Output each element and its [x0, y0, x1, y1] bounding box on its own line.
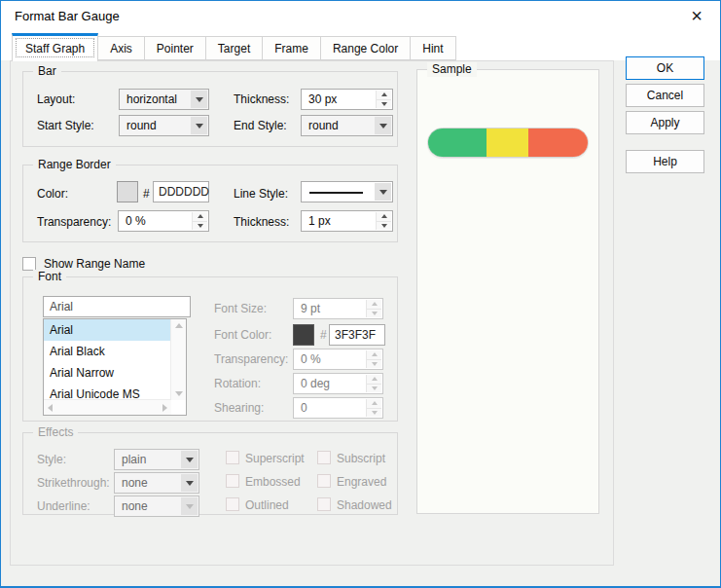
tab-frame[interactable]: Frame [262, 36, 321, 60]
chevron-down-icon[interactable] [191, 117, 207, 134]
tab-pointer[interactable]: Pointer [144, 36, 206, 60]
focus-rect [16, 38, 94, 57]
spinner-buttons [366, 350, 381, 368]
subscript-label: Subscript [337, 452, 385, 466]
end-style-label: End Style: [234, 119, 287, 133]
window-title: Format Bar Gauge [15, 9, 120, 23]
tab-label: Pointer [157, 42, 194, 55]
scroll-up-icon[interactable] [175, 323, 183, 328]
superscript-checkbox [226, 451, 239, 464]
bar-thickness-value: 30 px [308, 92, 337, 106]
end-style-value: round [308, 119, 339, 132]
strikethrough-label: Strikethrough: [37, 476, 110, 491]
vertical-scrollbar[interactable] [170, 319, 186, 400]
start-style-dropdown[interactable]: round [119, 115, 209, 136]
font-color-hex-value: 3F3F3F [335, 328, 376, 342]
bar-thickness-spinner[interactable]: 30 px [301, 89, 393, 110]
horizontal-scrollbar[interactable] [44, 399, 171, 415]
font-list-item[interactable]: Arial Black [44, 341, 171, 362]
tab-target[interactable]: Target [205, 36, 263, 60]
layout-value: horizontal [126, 92, 177, 106]
border-transparency-value: 0 % [126, 214, 146, 228]
chevron-down-icon[interactable] [375, 183, 391, 201]
chevron-down-icon [181, 497, 198, 515]
chevron-down-icon [181, 474, 198, 492]
tab-axis[interactable]: Axis [97, 36, 145, 60]
border-transparency-spinner[interactable]: 0 % [118, 210, 209, 232]
spinner-down-icon[interactable] [377, 221, 391, 231]
font-list-item[interactable]: Arial Unicode MS [44, 384, 171, 400]
layout-dropdown[interactable]: horizontal [119, 89, 209, 110]
strikethrough-value: none [122, 476, 148, 490]
border-color-label: Color: [37, 187, 68, 202]
style-label: Style: [37, 453, 66, 467]
end-style-dropdown[interactable]: round [301, 115, 393, 136]
spinner-down-icon [367, 384, 381, 393]
engraved-checkbox [317, 474, 331, 488]
format-bar-gauge-dialog: Format Bar Gauge × Staff Graph Axis Poin… [0, 0, 721, 588]
border-transparency-label: Transparency: [37, 215, 111, 230]
spinner-down-icon [367, 359, 381, 369]
chevron-down-icon[interactable] [375, 117, 391, 134]
spinner-down-icon[interactable] [377, 99, 391, 109]
show-range-name-checkbox[interactable] [22, 257, 36, 271]
spinner-up-icon[interactable] [377, 212, 391, 221]
scroll-down-icon[interactable] [175, 391, 183, 396]
sample-segment-yellow [487, 129, 528, 157]
cancel-button[interactable]: Cancel [626, 84, 704, 107]
hash-symbol: # [320, 328, 327, 343]
spinner-up-icon [367, 399, 381, 408]
border-color-hex-input[interactable]: DDDDDD [153, 181, 209, 202]
sample-group: Sample [416, 69, 599, 514]
scroll-right-icon[interactable] [162, 404, 167, 412]
bar-thickness-label: Thickness: [234, 92, 289, 107]
apply-button[interactable]: Apply [626, 111, 704, 134]
style-value: plain [122, 453, 146, 466]
font-list[interactable]: Arial Arial Black Arial Narrow Arial Uni… [43, 318, 187, 416]
shearing-value: 0 [301, 401, 307, 415]
solid-line-icon [309, 192, 363, 194]
line-style-label: Line Style: [234, 187, 288, 202]
scroll-left-icon[interactable] [48, 404, 53, 412]
rotation-spinner: 0 deg [293, 373, 383, 394]
tab-hint[interactable]: Hint [410, 36, 455, 60]
help-button-label: Help [653, 155, 677, 168]
tab-staff-graph[interactable]: Staff Graph [12, 33, 98, 61]
font-list-item-selected[interactable]: Arial [44, 319, 171, 341]
range-border-group: Range Border Color: # DDDDDD Line Style:… [22, 165, 398, 242]
tab-range-color[interactable]: Range Color [320, 36, 411, 60]
spinner-buttons [366, 375, 381, 392]
border-color-swatch[interactable] [117, 181, 138, 202]
cancel-button-label: Cancel [647, 89, 683, 102]
spinner-down-icon [367, 408, 381, 418]
line-style-dropdown[interactable] [301, 181, 393, 202]
hash-symbol: # [143, 187, 150, 202]
chevron-down-icon[interactable] [191, 91, 207, 108]
underline-value: none [122, 499, 148, 513]
subscript-checkbox [317, 451, 331, 464]
spinner-up-icon[interactable] [377, 91, 391, 99]
spinner-up-icon [367, 375, 381, 384]
font-size-label: Font Size: [214, 302, 267, 316]
spinner-down-icon [367, 309, 381, 318]
style-dropdown: plain [114, 449, 199, 470]
font-size-value: 9 pt [301, 302, 320, 315]
ok-button[interactable]: OK [626, 56, 704, 80]
underline-dropdown: none [114, 496, 199, 517]
spinner-buttons [366, 300, 381, 317]
strikethrough-dropdown: none [114, 472, 199, 494]
font-color-swatch [293, 324, 314, 346]
embossed-checkbox [226, 474, 239, 488]
range-border-legend: Range Border [33, 158, 116, 172]
effects-group-legend: Effects [33, 425, 78, 440]
layout-label: Layout: [37, 92, 75, 107]
help-button[interactable]: Help [626, 150, 704, 173]
font-name-input[interactable]: Arial [43, 296, 191, 317]
spinner-down-icon[interactable] [193, 221, 207, 231]
close-icon[interactable]: × [685, 4, 708, 27]
font-list-item[interactable]: Arial Narrow [44, 362, 171, 384]
border-thickness-spinner[interactable]: 1 px [301, 210, 393, 232]
spinner-up-icon[interactable] [193, 212, 207, 221]
font-group: Font Arial Arial Arial Black Arial Narro… [22, 276, 398, 422]
tab-label: Hint [422, 42, 443, 55]
